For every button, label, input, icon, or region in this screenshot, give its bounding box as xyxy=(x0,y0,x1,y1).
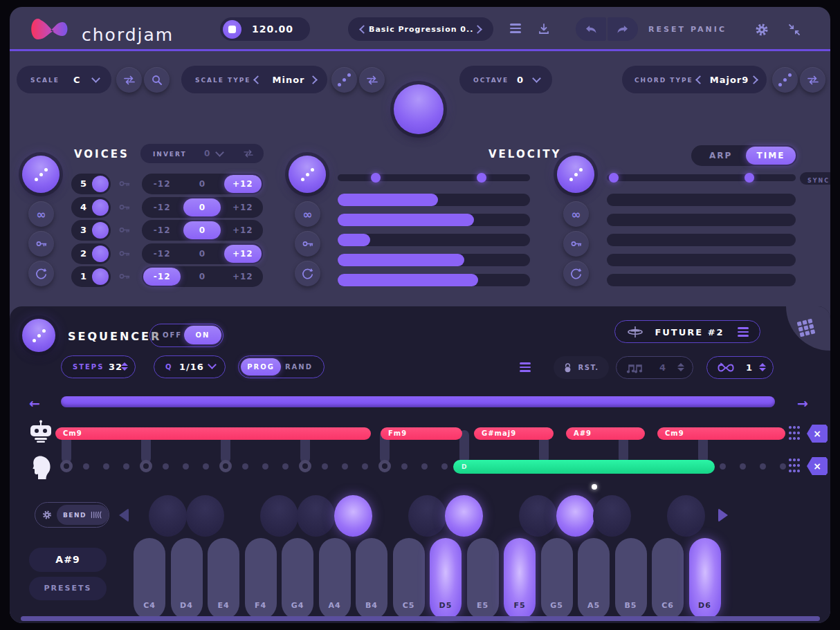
arp-time-toggle[interactable]: ARP TIME xyxy=(691,145,797,166)
voice-toggle[interactable] xyxy=(92,268,109,285)
key-C4[interactable]: C4 xyxy=(134,538,165,620)
octave-option[interactable]: 0 xyxy=(183,198,221,216)
octave-option[interactable]: +12 xyxy=(224,198,262,216)
octave-option[interactable]: -12 xyxy=(143,221,181,239)
page-indicator-dot[interactable] xyxy=(592,484,597,490)
gear-icon[interactable] xyxy=(42,509,52,521)
arp-bar[interactable] xyxy=(607,254,796,266)
arp-range-handle-2[interactable] xyxy=(745,173,754,183)
octave-option[interactable]: 0 xyxy=(183,245,221,263)
voices-random-knob[interactable] xyxy=(22,156,60,193)
arp-bar[interactable] xyxy=(607,234,796,246)
bpm-value[interactable]: 120.00 xyxy=(252,24,293,35)
black-key-knob-A#4[interactable] xyxy=(334,495,372,537)
chord-type-prev-icon[interactable] xyxy=(695,75,704,84)
bpm-display[interactable]: 120.00 xyxy=(220,17,310,41)
menu-icon[interactable] xyxy=(510,24,521,33)
melody-track-drag-handle[interactable] xyxy=(789,458,799,474)
arp-bar[interactable] xyxy=(607,214,796,226)
chord-block[interactable]: Cm9 xyxy=(55,427,371,440)
key-B4[interactable]: B4 xyxy=(356,538,387,620)
arp-range-handle-1[interactable] xyxy=(609,173,619,183)
octave-option[interactable]: 0 xyxy=(183,268,221,286)
arp-infinity-button[interactable]: ∞ xyxy=(563,201,589,227)
velocity-reload-button[interactable] xyxy=(295,261,320,286)
velocity-bar[interactable] xyxy=(338,234,530,246)
power-on-pill[interactable]: ON xyxy=(184,326,221,344)
velocity-range-handle-1[interactable] xyxy=(371,173,381,183)
voice-key-icon[interactable] xyxy=(119,203,130,211)
key-B5[interactable]: B5 xyxy=(615,538,647,620)
voices-reload-button[interactable] xyxy=(28,261,54,286)
voice-key-icon[interactable] xyxy=(119,250,130,257)
chord-track-drag-handle[interactable] xyxy=(789,426,799,441)
settings-gear-icon[interactable] xyxy=(755,23,769,37)
key-D6[interactable]: D6 xyxy=(689,538,721,620)
arp-random-knob[interactable] xyxy=(557,156,594,193)
chord-block[interactable]: Cm9 xyxy=(657,427,785,440)
prog-pill[interactable]: PROG xyxy=(241,358,281,376)
time-tab[interactable]: TIME xyxy=(746,147,796,165)
chord-block[interactable]: Fm9 xyxy=(381,427,462,440)
velocity-bar[interactable] xyxy=(338,254,530,266)
key-A5[interactable]: A5 xyxy=(578,538,610,620)
voice-octave-segment[interactable]: -120+12 xyxy=(142,220,263,241)
chord-block[interactable]: G#maj9 xyxy=(474,427,554,440)
voice-toggle[interactable] xyxy=(92,199,109,216)
black-key-knob-C#5[interactable] xyxy=(408,495,446,537)
sync-badge[interactable]: SYNC xyxy=(800,172,830,185)
rand-label[interactable]: RAND xyxy=(285,363,313,371)
black-key-knob-D#5[interactable] xyxy=(445,495,483,537)
steps-menu-icon[interactable] xyxy=(520,362,531,372)
black-key-knob-D#4[interactable] xyxy=(186,495,224,537)
velocity-random-knob[interactable] xyxy=(289,156,326,193)
black-key-knob-C#4[interactable] xyxy=(149,495,187,537)
velocity-bar[interactable] xyxy=(338,194,530,206)
download-icon[interactable] xyxy=(538,23,550,35)
keyboard-scrollbar[interactable] xyxy=(21,616,820,621)
octave-option[interactable]: +12 xyxy=(224,221,262,239)
bend-button[interactable]: BEND xyxy=(57,505,109,525)
prog-rand-toggle[interactable]: PROG RAND xyxy=(238,355,325,378)
key-C6[interactable]: C6 xyxy=(652,538,684,620)
stepper-icon[interactable] xyxy=(759,363,766,371)
arp-bar[interactable] xyxy=(607,194,796,206)
arp-lock-key-button[interactable] xyxy=(563,231,589,257)
melody-note-block[interactable]: D xyxy=(453,460,715,474)
chord-display[interactable]: A#9 xyxy=(29,548,107,572)
main-chord-knob[interactable] xyxy=(394,84,444,134)
collapse-icon[interactable] xyxy=(787,23,801,37)
key-G5[interactable]: G5 xyxy=(541,538,573,620)
robot-icon[interactable] xyxy=(28,420,54,444)
human-head-icon[interactable] xyxy=(32,454,53,480)
black-key-knob-F#5[interactable] xyxy=(519,495,557,537)
voice-octave-segment[interactable]: -120+12 xyxy=(142,174,263,194)
arp-bar[interactable] xyxy=(607,274,796,286)
octave-option[interactable]: -12 xyxy=(143,198,181,216)
key-E5[interactable]: E5 xyxy=(467,538,499,620)
sequencer-preset-selector[interactable]: FUTURE #2 xyxy=(614,320,760,343)
arp-range-slider[interactable] xyxy=(607,174,796,181)
voice-key-icon[interactable] xyxy=(119,226,130,234)
scale-type-next-icon[interactable] xyxy=(309,75,318,84)
key-G4[interactable]: G4 xyxy=(282,538,313,620)
voice-toggle[interactable] xyxy=(92,176,109,192)
timeline-scroll-right-icon[interactable]: → xyxy=(797,396,808,411)
loop-count-control[interactable]: 1 xyxy=(706,356,774,379)
octave-option[interactable]: +12 xyxy=(224,175,262,193)
octave-option[interactable]: 0 xyxy=(183,175,221,193)
redo-button[interactable] xyxy=(608,17,638,41)
black-key-knob-A#5[interactable] xyxy=(593,495,631,537)
chord-type-selector[interactable]: CHORD TYPE Major9 xyxy=(622,66,767,93)
reset-lock-button[interactable]: RST. xyxy=(554,356,609,379)
scale-type-random-button[interactable] xyxy=(331,67,357,93)
sequencer-power-toggle[interactable]: OFF ON xyxy=(149,324,223,347)
black-key-knob-G#5[interactable] xyxy=(556,495,594,537)
octave-option[interactable]: +12 xyxy=(224,268,262,286)
chord-type-swap-button[interactable] xyxy=(800,67,825,93)
rate-control[interactable]: 4 xyxy=(616,356,693,379)
key-F5[interactable]: F5 xyxy=(504,538,536,620)
stepper-icon[interactable] xyxy=(121,362,128,371)
velocity-infinity-button[interactable]: ∞ xyxy=(295,201,320,227)
velocity-bar[interactable] xyxy=(338,214,530,226)
